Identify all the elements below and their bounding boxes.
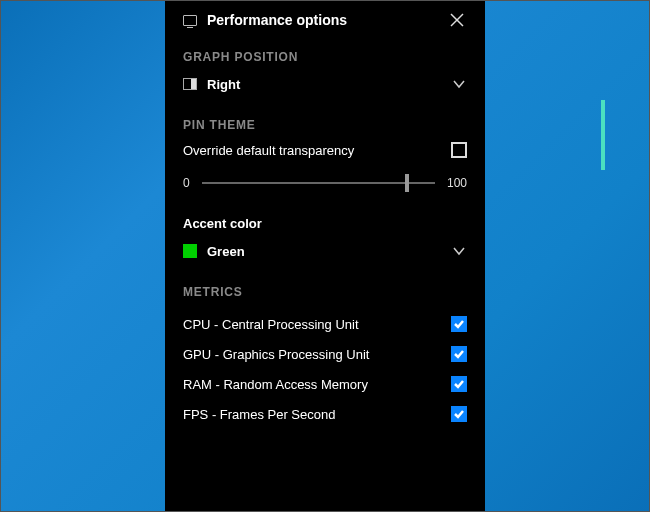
check-icon (453, 318, 465, 330)
graph-position-dropdown[interactable]: Right (183, 74, 467, 94)
metric-row: FPS - Frames Per Second (183, 399, 467, 429)
monitor-icon (183, 15, 197, 26)
performance-options-panel: Performance options GRAPH POSITION Right… (165, 0, 485, 512)
graph-position-label: GRAPH POSITION (183, 50, 467, 64)
metric-checkbox[interactable] (451, 346, 467, 362)
metric-checkbox[interactable] (451, 376, 467, 392)
check-icon (453, 408, 465, 420)
slider-fill (202, 182, 407, 184)
check-icon (453, 348, 465, 360)
accent-color-swatch (183, 244, 197, 258)
chevron-down-icon (451, 243, 467, 259)
panel-title: Performance options (207, 12, 437, 28)
check-icon (453, 378, 465, 390)
override-transparency-label: Override default transparency (183, 143, 354, 158)
metric-checkbox[interactable] (451, 406, 467, 422)
transparency-slider[interactable] (202, 182, 435, 184)
close-button[interactable] (447, 10, 467, 30)
accent-color-value: Green (207, 244, 441, 259)
panel-header: Performance options (183, 10, 467, 30)
override-transparency-row: Override default transparency (183, 142, 467, 158)
metric-label: CPU - Central Processing Unit (183, 317, 359, 332)
metric-label: GPU - Graphics Processing Unit (183, 347, 369, 362)
metric-checkbox[interactable] (451, 316, 467, 332)
metric-row: CPU - Central Processing Unit (183, 309, 467, 339)
slider-max-label: 100 (447, 176, 467, 190)
slider-min-label: 0 (183, 176, 190, 190)
accent-color-label: Accent color (183, 216, 467, 231)
metric-label: FPS - Frames Per Second (183, 407, 335, 422)
metric-label: RAM - Random Access Memory (183, 377, 368, 392)
close-icon (450, 13, 464, 27)
graph-position-value: Right (207, 77, 441, 92)
accent-color-dropdown[interactable]: Green (183, 241, 467, 261)
metric-row: RAM - Random Access Memory (183, 369, 467, 399)
metric-row: GPU - Graphics Processing Unit (183, 339, 467, 369)
slider-thumb[interactable] (405, 174, 409, 192)
metrics-list: CPU - Central Processing UnitGPU - Graph… (183, 309, 467, 429)
override-transparency-checkbox[interactable] (451, 142, 467, 158)
pin-theme-label: PIN THEME (183, 118, 467, 132)
chevron-down-icon (451, 76, 467, 92)
metrics-label: METRICS (183, 285, 467, 299)
transparency-slider-row: 0 100 (183, 176, 467, 190)
align-right-icon (183, 78, 197, 90)
